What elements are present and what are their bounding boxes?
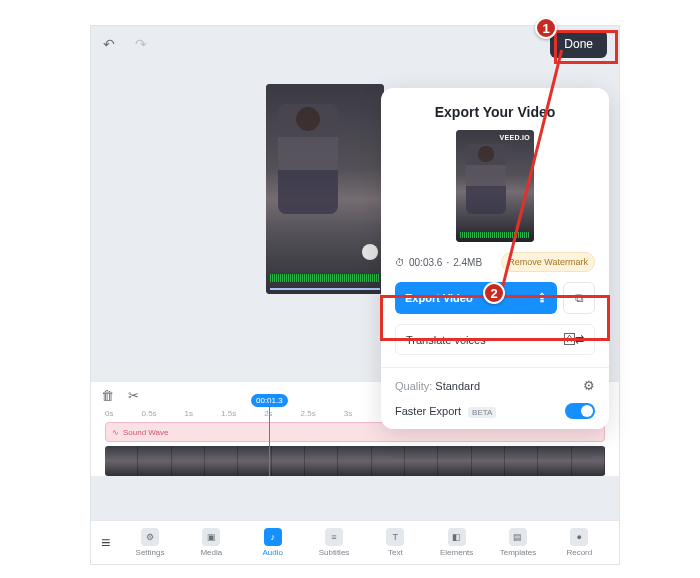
nav-label: Elements <box>440 548 473 557</box>
remove-watermark-button[interactable]: Remove Watermark <box>501 252 595 272</box>
templates-icon: ▤ <box>509 528 527 546</box>
text-icon: T <box>386 528 404 546</box>
thumb-waveform-icon <box>460 232 530 238</box>
nav-label: Subtitles <box>319 548 350 557</box>
preview-subject <box>278 104 338 214</box>
faster-left: Faster Export BETA <box>395 405 496 417</box>
video-frame-thumb <box>138 446 171 476</box>
quality-label: Quality: <box>395 380 432 392</box>
video-frame-thumb <box>572 446 605 476</box>
nav-item-record[interactable]: ●Record <box>550 528 609 557</box>
clock-icon: ⏱ <box>395 257 405 268</box>
nav-item-audio[interactable]: ♪Audio <box>243 528 302 557</box>
export-meta-left: ⏱ 00:03.6 · 2.4MB <box>395 257 482 268</box>
export-panel: Export Your Video VEED.IO ⏱ 00:03.6 · 2.… <box>381 88 609 429</box>
export-size: 2.4MB <box>453 257 482 268</box>
video-frame-thumb <box>272 446 305 476</box>
video-frame-thumb <box>305 446 338 476</box>
trash-icon[interactable]: 🗑 <box>101 388 114 403</box>
translate-voices-button[interactable]: Translate voices 🄰⇄ <box>395 324 595 355</box>
video-track[interactable] <box>105 446 605 476</box>
nav-label: Text <box>388 548 403 557</box>
translate-label: Translate voices <box>406 334 486 346</box>
video-frame-thumb <box>105 446 138 476</box>
divider <box>381 367 609 368</box>
preview-marker-icon <box>362 244 378 260</box>
watermark-text: VEED.IO <box>500 134 531 141</box>
meta-sep: · <box>446 257 449 268</box>
export-title: Export Your Video <box>395 104 595 120</box>
export-video-button[interactable]: Export Video ⇪ <box>395 282 557 314</box>
subtitles-icon: ≡ <box>325 528 343 546</box>
menu-icon[interactable]: ≡ <box>101 534 110 552</box>
video-frame-thumb <box>405 446 438 476</box>
audio-icon: ♪ <box>264 528 282 546</box>
annotation-step-2: 2 <box>483 282 505 304</box>
timeline-tools: 🗑 ✂ <box>101 388 139 403</box>
video-frame-thumb <box>205 446 238 476</box>
video-frame-thumb <box>338 446 371 476</box>
faster-export-label: Faster Export <box>395 405 461 417</box>
ruler-tick: 1.5s <box>221 409 236 418</box>
undo-icon[interactable]: ↶ <box>103 36 115 52</box>
nav-label: Media <box>200 548 222 557</box>
faster-export-toggle[interactable] <box>565 403 595 419</box>
export-thumb-wrap: VEED.IO <box>395 130 595 242</box>
cut-icon[interactable]: ✂ <box>128 388 139 403</box>
top-bar-left: ↶ ↷ <box>103 36 147 52</box>
export-duration: 00:03.6 <box>409 257 442 268</box>
video-frame-thumb <box>472 446 505 476</box>
record-icon: ● <box>570 528 588 546</box>
nav-item-elements[interactable]: ◧Elements <box>427 528 486 557</box>
copy-plus-icon: ⧉ <box>575 291 584 305</box>
playhead[interactable] <box>269 402 270 476</box>
quality-value: Standard <box>435 380 480 392</box>
beta-badge: BETA <box>468 407 496 418</box>
nav-item-templates[interactable]: ▤Templates <box>488 528 547 557</box>
preview-waveform-icon <box>270 274 380 282</box>
audio-track-label: Sound Wave <box>123 428 169 437</box>
settings-icon: ⚙ <box>141 528 159 546</box>
ruler-tick: 0s <box>105 409 113 418</box>
gear-icon[interactable]: ⚙ <box>583 378 595 393</box>
export-thumbnail: VEED.IO <box>456 130 534 242</box>
preview-progress-icon <box>270 288 380 290</box>
upload-icon: ⇪ <box>537 291 547 305</box>
export-video-label: Export Video <box>405 292 473 304</box>
translate-icon: 🄰⇄ <box>564 333 584 346</box>
preview-controls <box>266 262 384 294</box>
elements-icon: ◧ <box>448 528 466 546</box>
video-frame-thumb <box>372 446 405 476</box>
video-preview[interactable] <box>266 84 384 294</box>
audio-wave-icon: ∿ <box>112 428 119 437</box>
quality-text: Quality: Standard <box>395 380 480 392</box>
ruler-tick: 3s <box>344 409 352 418</box>
nav-item-text[interactable]: TText <box>366 528 425 557</box>
annotation-step-1: 1 <box>535 17 557 39</box>
video-frame-thumb <box>538 446 571 476</box>
bottom-nav: ≡ ⚙Settings▣Media♪Audio≡SubtitlesTText◧E… <box>91 520 619 564</box>
redo-icon[interactable]: ↷ <box>135 36 147 52</box>
video-frame-thumb <box>238 446 271 476</box>
ruler-tick: 2.5s <box>301 409 316 418</box>
export-alt-button[interactable]: ⧉ <box>563 282 595 314</box>
video-frame-thumb <box>172 446 205 476</box>
media-icon: ▣ <box>202 528 220 546</box>
nav-item-subtitles[interactable]: ≡Subtitles <box>304 528 363 557</box>
nav-label: Templates <box>500 548 536 557</box>
nav-label: Settings <box>136 548 165 557</box>
faster-export-row: Faster Export BETA <box>395 403 595 419</box>
app-frame: ↶ ↷ Done Export Your Video VEED.IO ⏱ <box>90 25 620 565</box>
export-meta-row: ⏱ 00:03.6 · 2.4MB Remove Watermark <box>395 252 595 272</box>
nav-label: Audio <box>262 548 282 557</box>
video-frame-thumb <box>438 446 471 476</box>
ruler-tick: 1s <box>185 409 193 418</box>
ruler-tick: 0.5s <box>141 409 156 418</box>
quality-row: Quality: Standard ⚙ <box>395 378 595 393</box>
video-frame-thumb <box>505 446 538 476</box>
nav-item-media[interactable]: ▣Media <box>182 528 241 557</box>
thumb-subject <box>466 144 506 214</box>
nav-label: Record <box>566 548 592 557</box>
nav-item-settings[interactable]: ⚙Settings <box>120 528 179 557</box>
